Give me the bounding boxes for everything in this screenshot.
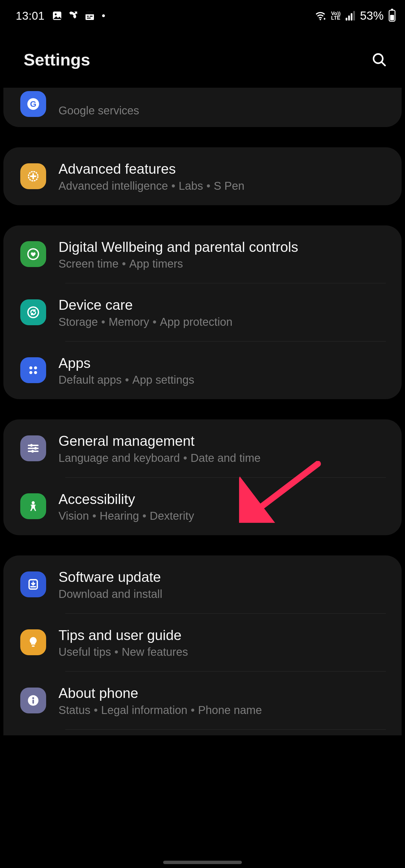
separator-dot: • — [101, 316, 105, 328]
app-header: Settings — [0, 31, 405, 88]
settings-item-subtitle: Google services — [58, 104, 386, 117]
svg-point-7 — [320, 19, 321, 20]
subtitle-part: Default apps — [58, 374, 122, 386]
svg-rect-4 — [87, 16, 89, 17]
settings-item-subtitle: Screen time•App timers — [58, 257, 386, 270]
subtitle-part: App timers — [129, 257, 183, 270]
settings-item-text: AccessibilityVision•Hearing•Dexterity — [58, 491, 386, 523]
heart-circle-icon — [20, 241, 46, 267]
settings-item-text: About phoneStatus•Legal information•Phon… — [58, 684, 386, 716]
subtitle-part: Legal information — [101, 704, 187, 716]
settings-item-general-management[interactable]: General managementLanguage and keyboard•… — [3, 420, 402, 477]
settings-item-advanced-features[interactable]: Advanced featuresAdvanced intelligence•L… — [3, 147, 402, 205]
download-circle-icon — [20, 571, 46, 597]
settings-item-subtitle: Storage•Memory•App protection — [58, 316, 386, 328]
subtitle-part: Useful tips — [58, 646, 111, 658]
status-bar: 13:01 Vo)) LTE 53% — [0, 0, 405, 31]
settings-group: Digital Wellbeing and parental controlsS… — [3, 225, 402, 399]
google-icon — [20, 91, 46, 117]
settings-item-apps[interactable]: AppsDefault apps•App settings — [3, 342, 402, 399]
subtitle-part: New features — [122, 646, 188, 658]
settings-item-text: Digital Wellbeing and parental controlsS… — [58, 238, 386, 270]
settings-item-title: Software update — [58, 568, 386, 586]
settings-item-title: General management — [58, 432, 386, 450]
subtitle-part: Screen time — [58, 257, 118, 270]
status-more-dot-icon — [102, 14, 105, 17]
battery-icon — [389, 10, 396, 22]
sliders-icon — [20, 435, 46, 461]
settings-item-subtitle: Language and keyboard•Date and time — [58, 452, 386, 464]
gallery-icon — [52, 10, 63, 21]
settings-item-text: Advanced featuresAdvanced intelligence•L… — [58, 160, 386, 192]
settings-item-subtitle: Status•Legal information•Phone name — [58, 704, 386, 716]
subtitle-part: Storage — [58, 316, 98, 328]
subtitle-part: App settings — [133, 374, 194, 386]
settings-item-subtitle: Default apps•App settings — [58, 374, 386, 386]
phone-missed-icon — [68, 10, 79, 21]
settings-item-title: About phone — [58, 684, 386, 702]
subtitle-part: S Pen — [214, 180, 244, 192]
plus-gear-icon — [20, 163, 46, 189]
settings-item-digital-wellbeing[interactable]: Digital Wellbeing and parental controlsS… — [3, 225, 402, 283]
separator-dot: • — [94, 704, 97, 716]
settings-list[interactable]: GoogleGoogle servicesAdvanced featuresAd… — [0, 88, 405, 735]
settings-item-about-phone[interactable]: About phoneStatus•Legal information•Phon… — [3, 672, 402, 730]
page-title: Settings — [24, 50, 90, 69]
settings-item-device-care[interactable]: Device careStorage•Memory•App protection — [3, 283, 402, 341]
settings-item-title: Digital Wellbeing and parental controls — [58, 238, 386, 256]
settings-group: GoogleGoogle services — [3, 88, 402, 127]
settings-item-tips[interactable]: Tips and user guideUseful tips•New featu… — [3, 614, 402, 672]
subtitle-part: Language and keyboard — [58, 452, 180, 464]
volte-icon: Vo)) LTE — [331, 11, 341, 20]
settings-item-text: Software updateDownload and install — [58, 568, 386, 600]
status-right: Vo)) LTE 53% — [315, 9, 396, 23]
settings-group: General managementLanguage and keyboard•… — [3, 420, 402, 535]
search-icon — [371, 52, 387, 67]
separator-dot: • — [171, 180, 175, 192]
subtitle-part: Date and time — [191, 452, 261, 464]
svg-rect-3 — [86, 12, 94, 14]
settings-item-text: Device careStorage•Memory•App protection — [58, 296, 386, 328]
settings-item-subtitle: Download and install — [58, 588, 386, 600]
subtitle-part: Dexterity — [150, 509, 194, 522]
subtitle-part: Labs — [179, 180, 203, 192]
settings-item-subtitle: Advanced intelligence•Labs•S Pen — [58, 180, 386, 192]
settings-item-google[interactable]: GoogleGoogle services — [3, 88, 402, 127]
subtitle-part: App protection — [160, 316, 233, 328]
settings-item-subtitle: Useful tips•New features — [58, 646, 386, 658]
subtitle-part: Advanced intelligence — [58, 180, 168, 192]
settings-item-title: Advanced features — [58, 160, 386, 178]
settings-item-title: Apps — [58, 354, 386, 372]
settings-group: Advanced featuresAdvanced intelligence•L… — [3, 147, 402, 205]
signal-icon — [346, 11, 355, 21]
subtitle-part: Vision — [58, 509, 89, 522]
svg-rect-6 — [87, 18, 91, 19]
settings-item-accessibility[interactable]: AccessibilityVision•Hearing•Dexterity — [3, 477, 402, 535]
divider — [65, 730, 386, 730]
search-button[interactable] — [369, 50, 389, 70]
subtitle-part: Memory — [109, 316, 149, 328]
separator-dot: • — [125, 374, 129, 386]
svg-point-1 — [55, 13, 57, 16]
settings-item-title: Tips and user guide — [58, 626, 386, 644]
settings-group: Software updateDownload and installTips … — [3, 555, 402, 735]
settings-item-subtitle: Vision•Hearing•Dexterity — [58, 509, 386, 522]
settings-item-software-update[interactable]: Software updateDownload and install — [3, 555, 402, 613]
calendar-icon — [84, 10, 95, 21]
info-icon — [20, 687, 46, 713]
separator-dot: • — [122, 257, 126, 270]
separator-dot: • — [191, 704, 195, 716]
settings-item-text: AppsDefault apps•App settings — [58, 354, 386, 386]
svg-line-9 — [382, 62, 385, 65]
separator-dot: • — [92, 509, 96, 522]
settings-item-text: GoogleGoogle services — [58, 102, 386, 117]
settings-item-title: Device care — [58, 296, 386, 314]
status-clock: 13:01 — [16, 9, 45, 22]
refresh-circle-icon — [20, 299, 46, 325]
person-icon — [20, 493, 46, 519]
subtitle-part: Hearing — [99, 509, 139, 522]
subtitle-part: Download and install — [58, 588, 162, 600]
subtitle-part: Status — [58, 704, 90, 716]
settings-item-title: Accessibility — [58, 491, 386, 508]
settings-item-text: General managementLanguage and keyboard•… — [58, 432, 386, 464]
